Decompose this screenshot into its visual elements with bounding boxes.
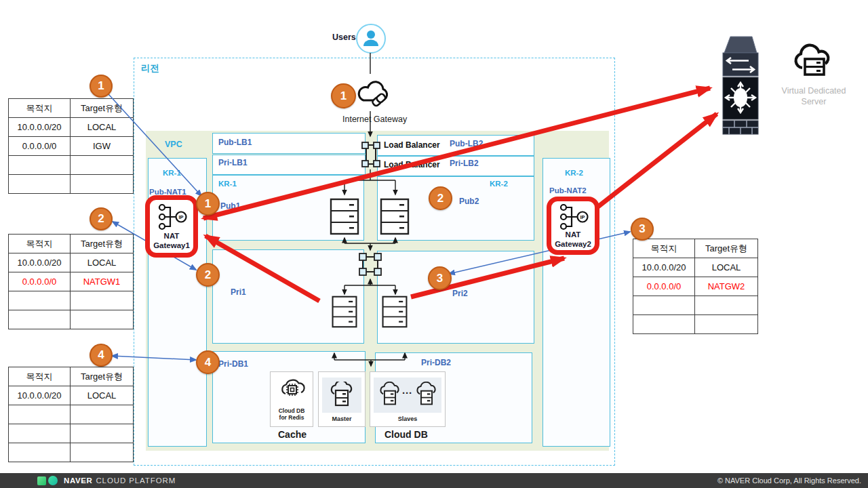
slaves-ellipsis: ··· (402, 387, 412, 399)
architecture-diagram: 리전 VPC KR-1 Pub-NAT1 KR-2 Pub-NAT2 Pub-L… (0, 0, 868, 488)
redis-label-line1: Cloud DB (279, 407, 305, 414)
brand-suffix: CLOUD PLATFORM (96, 476, 176, 485)
rt3-cell (71, 424, 134, 443)
rt4-header-dest: 목적지 (633, 239, 695, 258)
svg-text:IP: IP (178, 214, 183, 220)
internet-gateway-icon (354, 76, 391, 111)
badge-1-igw: 1 (331, 83, 356, 108)
pri2-label: Pri2 (452, 289, 468, 298)
rt2-cell (71, 310, 134, 329)
rt3-cell (9, 405, 71, 424)
nat1-label-line2: Gateway1 (153, 241, 190, 249)
slave-db-icon-1 (378, 382, 401, 409)
load-balancer-label-2: Load Balancer (384, 160, 440, 169)
rt3-header-target: Target유형 (71, 367, 134, 386)
cache-group-label: Cache (278, 429, 307, 440)
vpc-label: VPC (165, 140, 182, 149)
nat-gateway2-box: IP NAT Gateway2 (547, 197, 599, 255)
server-icon-pri2 (380, 296, 410, 328)
rt2-cell (71, 291, 134, 310)
rt2-cell: LOCAL (71, 253, 134, 272)
rt1-cell (71, 175, 134, 194)
footer-bar: NAVER CLOUD PLATFORM © NAVER Cloud Corp,… (0, 473, 868, 488)
clouddb-group-label: Cloud DB (384, 429, 428, 440)
rt1-header-dest: 목적지 (9, 99, 71, 118)
rt3-cell (9, 443, 71, 462)
nat2-label-line2: Gateway2 (555, 240, 591, 248)
rt4-header-target: Target유형 (695, 239, 758, 258)
route-table-igw: 목적지 Target유형 10.0.0.0/20 LOCAL 0.0.0.0/0… (8, 98, 134, 194)
network-appliance-icon (716, 33, 761, 136)
rt2-header-target: Target유형 (71, 235, 134, 253)
server-icon-pri1 (330, 296, 359, 328)
rt1-cell: IGW (71, 137, 134, 156)
nat-gateway-icon-1: IP (157, 203, 191, 231)
pri-db1-label: Pri-DB1 (218, 359, 248, 369)
nat2-label-line1: NAT (566, 230, 581, 239)
users-icon (355, 23, 387, 54)
master-label: Master (319, 415, 365, 422)
badge-3-pri2: 3 (428, 266, 452, 290)
rt2-cell: 0.0.0.0/0 (9, 272, 71, 291)
virtual-dedicated-server-icon (793, 41, 834, 79)
pub-lb1-label: Pub-LB1 (218, 138, 252, 147)
kr2-mid-label: KR-2 (490, 180, 508, 188)
load-balancer-icon-internal (357, 251, 383, 277)
rt4-cell: LOCAL (695, 258, 758, 277)
load-balancer-icon (361, 140, 381, 169)
pri-lb2-label: Pri-LB2 (450, 159, 479, 168)
badge-1-table: 1 (90, 75, 113, 98)
master-db-tile: Master (318, 371, 366, 427)
rt2-cell: 10.0.0.0/20 (9, 253, 71, 272)
badge-4-db: 4 (196, 350, 220, 374)
nat-gateway1-box: IP NAT Gateway1 (145, 195, 198, 258)
badge-2-pub2: 2 (429, 186, 452, 210)
rt3-cell (71, 443, 134, 462)
cloud-db-redis-tile: Cloud DB for Redis (270, 371, 313, 427)
pub-nat2-label: Pub-NAT2 (549, 186, 587, 195)
brand-square-icon (37, 476, 46, 485)
rt4-cell (633, 296, 695, 315)
badge-3-table: 3 (631, 218, 654, 241)
rt2-cell (9, 310, 71, 329)
rt4-cell: 10.0.0.0/20 (633, 258, 695, 277)
pub2-label: Pub2 (459, 197, 479, 206)
nat1-label-line1: NAT (164, 232, 180, 240)
copyright-text: © NAVER Cloud Corp, All Rights Reserved. (717, 476, 861, 485)
rt2-cell: NATGW1 (71, 272, 134, 291)
nat-gateway-icon-2: IP (558, 203, 592, 231)
vds-label-line2: Server (802, 97, 827, 106)
route-table-natgw2: 목적지 Target유형 10.0.0.0/20 LOCAL 0.0.0.0/0… (633, 239, 758, 334)
brand-name: NAVER (64, 476, 92, 485)
server-icon-pub1 (330, 198, 359, 235)
rt4-cell (633, 315, 695, 334)
rt3-cell: 10.0.0.0/20 (9, 386, 71, 405)
rt4-cell (695, 296, 758, 315)
rt4-cell: NATGW2 (695, 277, 758, 296)
rt1-cell (9, 175, 71, 194)
rt1-cell (9, 156, 71, 175)
kr2-right-label: KR-2 (565, 169, 583, 177)
rt2-cell (9, 291, 71, 310)
rt1-header-target: Target유형 (71, 99, 134, 118)
rt2-header-dest: 목적지 (9, 235, 71, 253)
vds-label-line1: Virtual Dedicated (782, 86, 846, 96)
igw-label: Internet Gateway (342, 115, 407, 124)
redis-label-line2: for Redis (279, 414, 304, 421)
server-icon-pub2 (380, 198, 410, 235)
rt1-cell (71, 156, 134, 175)
rt3-cell (9, 424, 71, 443)
badge-2-table: 2 (90, 207, 113, 230)
rt3-cell (71, 405, 134, 424)
badge-1-nat: 1 (196, 192, 220, 216)
rt4-cell: 0.0.0.0/0 (633, 277, 695, 296)
badge-4-table: 4 (90, 344, 113, 367)
rt1-cell: 10.0.0.0/20 (9, 118, 71, 137)
slaves-label: Slaves (370, 415, 445, 422)
svg-text:IP: IP (580, 214, 585, 220)
rt3-cell: LOCAL (71, 386, 134, 405)
rt4-cell (695, 315, 758, 334)
route-table-db: 목적지 Target유형 10.0.0.0/20 LOCAL (8, 367, 134, 462)
load-balancer-label-1: Load Balancer (384, 140, 440, 150)
slaves-db-tile: ··· Slaves (370, 371, 446, 427)
